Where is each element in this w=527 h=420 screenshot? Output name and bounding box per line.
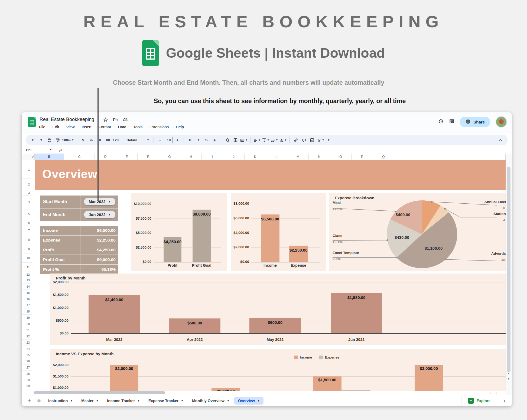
- filter-button[interactable]: ▼: [317, 136, 324, 144]
- column-header-M[interactable]: M: [287, 154, 309, 160]
- menu-help[interactable]: Help: [176, 125, 184, 129]
- name-box[interactable]: B62▼: [22, 148, 55, 152]
- vertical-align-button[interactable]: ▼: [262, 136, 269, 144]
- currency-button[interactable]: $: [80, 136, 87, 144]
- insert-chart-button[interactable]: [309, 136, 316, 144]
- column-header-H[interactable]: H: [180, 154, 202, 160]
- add-sheet-button[interactable]: [24, 397, 34, 405]
- row-header-6[interactable]: 6: [22, 220, 32, 226]
- row-header-16[interactable]: 16: [22, 296, 32, 302]
- column-header-O[interactable]: O: [330, 154, 352, 160]
- row-header-22[interactable]: 22: [22, 333, 32, 340]
- minus-button[interactable]: −: [157, 136, 164, 144]
- column-header-C[interactable]: C: [64, 154, 95, 160]
- row-header-13[interactable]: 13: [22, 277, 32, 284]
- row-header-20[interactable]: 20: [22, 321, 32, 327]
- row-header-26[interactable]: 26: [22, 358, 32, 364]
- row-header-8[interactable]: 8: [22, 235, 32, 244]
- scroll-left-icon[interactable]: ‹: [490, 391, 491, 395]
- row-header-28[interactable]: 28: [22, 371, 32, 377]
- select-all-corner[interactable]: [22, 154, 32, 160]
- document-title[interactable]: Real Estate Bookkeeping: [40, 117, 94, 122]
- bold-button[interactable]: B: [187, 136, 194, 144]
- column-header-P[interactable]: P: [352, 154, 373, 160]
- row-header-29[interactable]: 29: [22, 377, 32, 383]
- row-header-19[interactable]: 19: [22, 315, 32, 321]
- horizontal-scrollbar-thumb[interactable]: [34, 391, 165, 394]
- borders-button[interactable]: [232, 136, 239, 144]
- sheet-canvas[interactable]: Overview Start Month Mar 2022▼ End Month…: [32, 160, 506, 395]
- fill-color-button[interactable]: [224, 136, 231, 144]
- profit-vs-goal-chart[interactable]: $0.00$2,500.00$5,000.00$7,500.00$10,000.…: [131, 193, 227, 271]
- scroll-up-icon[interactable]: ▲: [507, 372, 510, 375]
- strikethrough-button[interactable]: S: [203, 136, 210, 144]
- menu-edit[interactable]: Edit: [52, 125, 59, 129]
- tab-income-tracker[interactable]: Income Tracker▼: [103, 397, 144, 405]
- menu-format[interactable]: Format: [99, 125, 111, 129]
- row-header-18[interactable]: 18: [22, 308, 32, 315]
- row-header-9[interactable]: 9: [22, 244, 32, 253]
- tab-instruction[interactable]: Instruction▼: [44, 397, 76, 405]
- avatar[interactable]: [496, 116, 507, 128]
- row-header-12[interactable]: 12: [22, 272, 32, 277]
- column-header-L[interactable]: L: [266, 154, 287, 160]
- column-header-K[interactable]: K: [245, 154, 266, 160]
- row-header-7[interactable]: 7: [22, 226, 32, 235]
- sheets-logo-icon[interactable]: [28, 117, 36, 127]
- star-icon[interactable]: [103, 117, 108, 123]
- column-header-F[interactable]: F: [138, 154, 159, 160]
- column-header-B[interactable]: B: [35, 154, 64, 160]
- more-formats-button[interactable]: 123: [112, 136, 119, 144]
- row-header-11[interactable]: 11: [22, 263, 32, 272]
- undo-button[interactable]: ↶: [30, 136, 37, 144]
- income-vs-expense-chart[interactable]: $0.00$2,000.00$4,000.00$6,000.00$8,000.0…: [231, 193, 326, 271]
- end-month-dropdown[interactable]: Jun 2022▼: [84, 211, 115, 218]
- income-vs-expense-by-month-chart[interactable]: Income VS Expense by MonthIncomeExpense$…: [50, 349, 506, 391]
- print-button[interactable]: [46, 136, 53, 144]
- collapse-button[interactable]: [497, 136, 504, 144]
- menu-view[interactable]: View: [66, 125, 74, 129]
- column-header-N[interactable]: N: [309, 154, 330, 160]
- column-header-J[interactable]: J: [223, 154, 245, 160]
- menu-data[interactable]: Data: [118, 125, 126, 129]
- move-folder-icon[interactable]: [113, 117, 118, 123]
- text-rotation-button[interactable]: ▼: [279, 136, 287, 144]
- profit-by-month-chart[interactable]: Profit by Month$0.00$500.00$1,000.00$1,5…: [50, 274, 506, 345]
- column-header-E[interactable]: E: [116, 154, 138, 160]
- column-header-G[interactable]: G: [159, 154, 180, 160]
- decrease-decimals-button[interactable]: .0: [96, 136, 103, 144]
- font-size-input[interactable]: 10: [165, 137, 173, 143]
- tab-expense-tracker[interactable]: Expense Tracker▼: [145, 397, 187, 405]
- row-header-30[interactable]: 30: [22, 383, 32, 389]
- row-header-24[interactable]: 24: [22, 346, 32, 352]
- column-header-I[interactable]: I: [202, 154, 223, 160]
- row-header-23[interactable]: 23: [22, 340, 32, 346]
- row-header-15[interactable]: 15: [22, 290, 32, 296]
- version-history-icon[interactable]: [438, 119, 444, 125]
- insert-link-button[interactable]: [292, 136, 300, 144]
- menu-file[interactable]: File: [39, 125, 45, 129]
- explore-button[interactable]: Explore: [464, 398, 495, 404]
- menu-extensions[interactable]: Extensions: [149, 125, 169, 129]
- column-header-A[interactable]: A: [32, 154, 35, 160]
- row-header-27[interactable]: 27: [22, 364, 32, 371]
- comments-icon[interactable]: [449, 119, 454, 125]
- redo-button[interactable]: ↷: [38, 136, 45, 144]
- row-header-21[interactable]: 21: [22, 327, 32, 333]
- row-header-4[interactable]: 4: [22, 196, 32, 208]
- increase-decimals-button[interactable]: .00: [104, 136, 111, 144]
- column-header-Q[interactable]: Q: [373, 154, 394, 160]
- collapse-tabbar-icon[interactable]: ‹: [499, 397, 509, 405]
- tab-overview[interactable]: Overview▼: [234, 397, 264, 405]
- row-header-10[interactable]: 10: [22, 253, 32, 263]
- paint-format-button[interactable]: [54, 136, 61, 144]
- font-select[interactable]: Defaul...▼: [125, 136, 151, 144]
- horizontal-align-button[interactable]: ▼: [253, 136, 261, 144]
- italic-button[interactable]: I: [195, 136, 202, 144]
- percent-button[interactable]: %: [88, 136, 95, 144]
- row-header-25[interactable]: 25: [22, 352, 32, 358]
- functions-button[interactable]: Σ: [326, 136, 333, 144]
- menu-insert[interactable]: Insert: [82, 125, 92, 129]
- row-header-1[interactable]: 1: [22, 160, 32, 179]
- scroll-right-icon[interactable]: ›: [496, 391, 497, 395]
